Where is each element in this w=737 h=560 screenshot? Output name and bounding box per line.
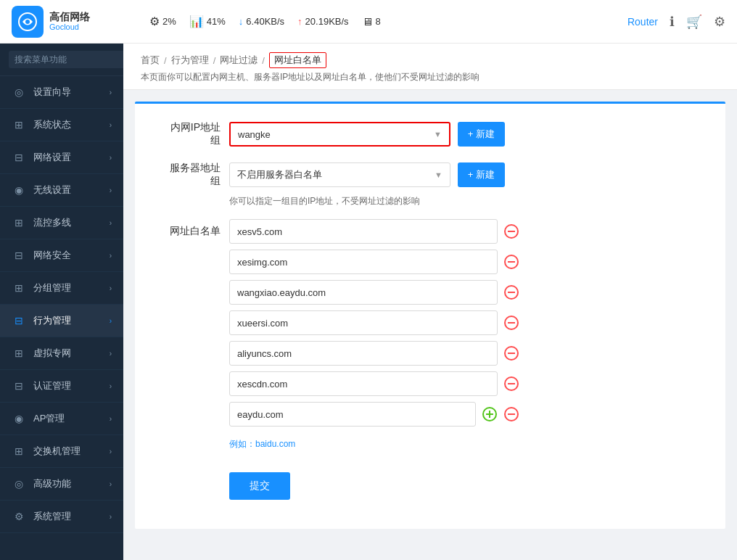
system-mgmt-icon: ⚙ [12,509,26,524]
arrow-icon: › [110,513,112,521]
whitelist-entry-input[interactable] [229,341,498,366]
traffic-icon: ⊞ [12,215,26,230]
server-addr-control: 不启用服务器白名单 ▼ + 新建 [229,162,505,187]
sidebar-label-network-settings: 网络设置 [33,151,110,164]
remove-entry-button[interactable] [503,315,519,331]
arrow-icon: › [110,154,112,162]
sidebar-label-vpn: 虚拟专网 [33,347,110,360]
whitelist-entry-input[interactable] [229,250,498,274]
search-input[interactable] [9,51,123,68]
whitelist-entry-input[interactable] [229,371,498,396]
sidebar-item-vpn[interactable]: ⊞ 虚拟专网 › [0,337,123,370]
chevron-down-icon: ▼ [435,170,442,179]
list-item [229,219,519,244]
monitor-icon: 🖥 [362,15,373,28]
wireless-icon: ◉ [12,183,26,197]
breadcrumb-bar: 首页 / 行为管理 / 网址过滤 / 网址白名单 本页面你可以配置内网主机、服务… [123,44,737,90]
remove-entry-button[interactable] [503,345,519,361]
up-value: 20.19KB/s [305,16,349,27]
arrow-icon: › [110,252,112,260]
cpu-icon: ⚙ [149,15,160,28]
sidebar-label-wireless-settings: 无线设置 [33,184,110,197]
whitelist-entry-input[interactable] [229,310,498,335]
arrow-icon: › [110,480,112,488]
remove-entry-button[interactable] [503,376,519,392]
remove-entry-button[interactable] [503,406,519,422]
inner-ip-new-button[interactable]: + 新建 [458,122,505,147]
system-status-icon: ⊞ [12,118,26,132]
whitelist-entry-input[interactable] [229,402,476,427]
remove-entry-button[interactable] [503,223,519,239]
main-content: 首页 / 行为管理 / 网址过滤 / 网址白名单 本页面你可以配置内网主机、服务… [123,44,737,560]
sidebar-item-group-management[interactable]: ⊞ 分组管理 › [0,272,123,305]
server-addr-select[interactable]: 不启用服务器白名单 ▼ [229,162,450,187]
server-addr-row: 服务器地址组 不启用服务器白名单 ▼ + 新建 [164,162,696,188]
security-icon: ⊟ [12,248,26,263]
whitelist-entries [229,219,519,432]
sidebar-item-setup-wizard[interactable]: ◎ 设置向导 › [0,76,123,109]
mem-value: 41% [207,16,226,27]
sidebar-label-setup-wizard: 设置向导 [33,86,110,99]
arrow-icon: › [110,219,112,227]
sidebar-item-advanced-features[interactable]: ◎ 高级功能 › [0,468,123,501]
sidebar-item-network-security[interactable]: ⊟ 网络安全 › [0,239,123,272]
down-icon: ↓ [239,16,244,27]
advanced-icon: ◎ [12,477,26,491]
logo-en: Gocloud [49,22,90,32]
down-stat: ↓ 6.40KB/s [239,16,284,27]
inner-ip-label: 内网IP地址组 [164,121,229,147]
sidebar-item-system-management[interactable]: ⚙ 系统管理 › [0,501,123,533]
inner-ip-value: wangke [238,129,271,140]
add-entry-button[interactable] [482,406,498,422]
sidebar-item-wireless-settings[interactable]: ◉ 无线设置 › [0,174,123,207]
sep1: / [164,55,167,66]
logo: 高佰网络 Gocloud [12,6,135,38]
sidebar-item-switch-management[interactable]: ⊞ 交换机管理 › [0,435,123,468]
logo-cn: 高佰网络 [49,11,90,23]
vpn-icon: ⊞ [12,346,26,361]
topbar: 高佰网络 Gocloud ⚙ 2% 📊 41% ↓ 6.40KB/s ↑ 20.… [0,0,737,44]
breadcrumb-url-filter[interactable]: 网址过滤 [220,54,258,67]
sidebar-item-system-status[interactable]: ⊞ 系统状态 › [0,109,123,141]
router-label[interactable]: Router [627,16,658,28]
arrow-icon: › [110,284,112,292]
list-item [229,310,519,335]
sidebar-item-auth-management[interactable]: ⊟ 认证管理 › [0,370,123,403]
network-settings-icon: ⊟ [12,150,26,165]
submit-button[interactable]: 提交 [229,472,290,500]
sidebar-label-switch-management: 交换机管理 [33,445,110,458]
whitelist-section: 网址白名单 [164,219,696,432]
sidebar-item-ap-management[interactable]: ◉ AP管理 › [0,403,123,435]
down-value: 6.40KB/s [246,16,284,27]
list-item [229,280,519,305]
sidebar-item-network-settings[interactable]: ⊟ 网络设置 › [0,141,123,174]
arrow-icon: › [110,186,112,194]
server-addr-new-button[interactable]: + 新建 [458,162,505,187]
breadcrumb-behavior[interactable]: 行为管理 [171,54,209,67]
settings-icon[interactable]: ⚙ [714,14,725,30]
list-item [229,341,519,366]
whitelist-entry-input[interactable] [229,219,498,244]
sidebar-label-network-security: 网络安全 [33,249,110,262]
sidebar-label-ap-management: AP管理 [33,412,110,425]
remove-entry-button[interactable] [503,254,519,270]
sidebar-item-traffic-multiline[interactable]: ⊞ 流控多线 › [0,207,123,239]
clients-value: 8 [376,16,381,27]
whitelist-entry-input[interactable] [229,280,498,305]
remove-entry-button[interactable] [503,284,519,300]
cart-icon[interactable]: 🛒 [686,14,702,30]
sidebar-label-advanced-features: 高级功能 [33,477,110,490]
sidebar-label-behavior-management: 行为管理 [33,314,110,327]
breadcrumb-home[interactable]: 首页 [141,54,160,67]
server-hint: 你可以指定一组目的IP地址，不受网址过滤的影响 [229,195,696,207]
inner-ip-select[interactable]: wangke ▼ [229,122,450,147]
sidebar: 🔍 ☰ ◎ 设置向导 › ⊞ 系统状态 › ⊟ 网络设置 › ◉ 无线设置 › … [0,44,123,560]
server-addr-label: 服务器地址组 [164,162,229,188]
sidebar-label-traffic-multiline: 流控多线 [33,216,110,229]
sidebar-item-behavior-management[interactable]: ⊟ 行为管理 › [0,305,123,337]
inner-ip-control: wangke ▼ + 新建 [229,122,505,147]
cpu-value: 2% [162,16,176,27]
list-item [229,371,519,396]
switch-icon: ⊞ [12,444,26,458]
info-icon[interactable]: ℹ [670,14,675,30]
